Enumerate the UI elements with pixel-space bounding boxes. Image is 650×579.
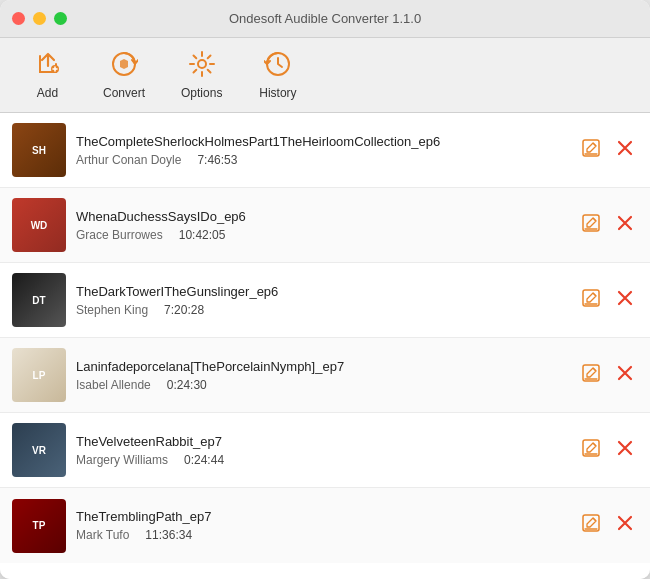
options-button[interactable]: Options	[173, 46, 230, 104]
edit-button[interactable]	[578, 360, 604, 391]
book-cover: LP	[12, 348, 66, 402]
book-duration: 11:36:34	[145, 528, 192, 542]
book-cover: WD	[12, 198, 66, 252]
window-controls	[12, 12, 67, 25]
book-actions	[578, 435, 638, 466]
add-icon	[34, 50, 62, 82]
convert-icon	[110, 50, 138, 82]
edit-icon	[582, 289, 600, 312]
book-info: TheCompleteSherlockHolmesPart1TheHeirloo…	[76, 134, 568, 167]
book-title: TheVelveteenRabbit_ep7	[76, 434, 568, 449]
book-info: TheVelveteenRabbit_ep7 Margery Williams …	[76, 434, 568, 467]
book-cover: VR	[12, 423, 66, 477]
table-row: SH TheCompleteSherlockHolmesPart1TheHeir…	[0, 113, 650, 188]
book-title: WhenaDuchessSaysIDo_ep6	[76, 209, 568, 224]
edit-icon	[582, 514, 600, 537]
options-icon	[188, 50, 216, 82]
book-actions	[578, 510, 638, 541]
add-label: Add	[37, 86, 58, 100]
edit-icon	[582, 139, 600, 162]
book-title: TheTremblingPath_ep7	[76, 509, 568, 524]
book-actions	[578, 285, 638, 316]
edit-button[interactable]	[578, 510, 604, 541]
cover-image: WD	[12, 198, 66, 252]
close-button[interactable]	[12, 12, 25, 25]
book-meta: Grace Burrowes 10:42:05	[76, 228, 568, 242]
book-actions	[578, 360, 638, 391]
book-duration: 10:42:05	[179, 228, 226, 242]
svg-point-2	[198, 60, 206, 68]
delete-icon	[616, 214, 634, 237]
book-author: Margery Williams	[76, 453, 168, 467]
options-label: Options	[181, 86, 222, 100]
toolbar: Add Convert Options	[0, 38, 650, 113]
book-author: Grace Burrowes	[76, 228, 163, 242]
book-duration: 0:24:30	[167, 378, 207, 392]
delete-icon	[616, 289, 634, 312]
convert-label: Convert	[103, 86, 145, 100]
cover-image: TP	[12, 499, 66, 553]
book-author: Isabel Allende	[76, 378, 151, 392]
book-actions	[578, 210, 638, 241]
delete-button[interactable]	[612, 360, 638, 391]
history-button[interactable]: History	[250, 46, 305, 104]
delete-button[interactable]	[612, 510, 638, 541]
book-cover: SH	[12, 123, 66, 177]
delete-button[interactable]	[612, 135, 638, 166]
book-actions	[578, 135, 638, 166]
minimize-button[interactable]	[33, 12, 46, 25]
edit-button[interactable]	[578, 285, 604, 316]
app-title: Ondesoft Audible Converter 1.1.0	[229, 11, 421, 26]
delete-button[interactable]	[612, 285, 638, 316]
cover-image: LP	[12, 348, 66, 402]
delete-button[interactable]	[612, 210, 638, 241]
book-title: TheDarkTowerITheGunslinger_ep6	[76, 284, 568, 299]
maximize-button[interactable]	[54, 12, 67, 25]
cover-image: VR	[12, 423, 66, 477]
book-meta: Arthur Conan Doyle 7:46:53	[76, 153, 568, 167]
book-info: TheTremblingPath_ep7 Mark Tufo 11:36:34	[76, 509, 568, 542]
book-meta: Mark Tufo 11:36:34	[76, 528, 568, 542]
table-row: DT TheDarkTowerITheGunslinger_ep6 Stephe…	[0, 263, 650, 338]
history-icon	[264, 50, 292, 82]
cover-image: DT	[12, 273, 66, 327]
edit-button[interactable]	[578, 135, 604, 166]
book-author: Stephen King	[76, 303, 148, 317]
history-label: History	[259, 86, 296, 100]
edit-button[interactable]	[578, 210, 604, 241]
delete-button[interactable]	[612, 435, 638, 466]
delete-icon	[616, 439, 634, 462]
delete-icon	[616, 514, 634, 537]
convert-button[interactable]: Convert	[95, 46, 153, 104]
book-info: Laninfadeporcelana[ThePorcelainNymph]_ep…	[76, 359, 568, 392]
delete-icon	[616, 139, 634, 162]
book-list: SH TheCompleteSherlockHolmesPart1TheHeir…	[0, 113, 650, 579]
book-author: Arthur Conan Doyle	[76, 153, 181, 167]
book-author: Mark Tufo	[76, 528, 129, 542]
book-title: TheCompleteSherlockHolmesPart1TheHeirloo…	[76, 134, 568, 149]
book-duration: 7:46:53	[197, 153, 237, 167]
book-info: WhenaDuchessSaysIDo_ep6 Grace Burrowes 1…	[76, 209, 568, 242]
book-info: TheDarkTowerITheGunslinger_ep6 Stephen K…	[76, 284, 568, 317]
book-duration: 0:24:44	[184, 453, 224, 467]
book-title: Laninfadeporcelana[ThePorcelainNymph]_ep…	[76, 359, 568, 374]
app-window: Ondesoft Audible Converter 1.1.0 Add	[0, 0, 650, 579]
table-row: WD WhenaDuchessSaysIDo_ep6 Grace Burrowe…	[0, 188, 650, 263]
add-button[interactable]: Add	[20, 46, 75, 104]
book-meta: Margery Williams 0:24:44	[76, 453, 568, 467]
table-row: VR TheVelveteenRabbit_ep7 Margery Willia…	[0, 413, 650, 488]
table-row: LP Laninfadeporcelana[ThePorcelainNymph]…	[0, 338, 650, 413]
edit-button[interactable]	[578, 435, 604, 466]
book-meta: Stephen King 7:20:28	[76, 303, 568, 317]
edit-icon	[582, 439, 600, 462]
titlebar: Ondesoft Audible Converter 1.1.0	[0, 0, 650, 38]
table-row: TP TheTremblingPath_ep7 Mark Tufo 11:36:…	[0, 488, 650, 563]
edit-icon	[582, 364, 600, 387]
book-duration: 7:20:28	[164, 303, 204, 317]
edit-icon	[582, 214, 600, 237]
book-meta: Isabel Allende 0:24:30	[76, 378, 568, 392]
book-cover: DT	[12, 273, 66, 327]
delete-icon	[616, 364, 634, 387]
cover-image: SH	[12, 123, 66, 177]
book-cover: TP	[12, 499, 66, 553]
